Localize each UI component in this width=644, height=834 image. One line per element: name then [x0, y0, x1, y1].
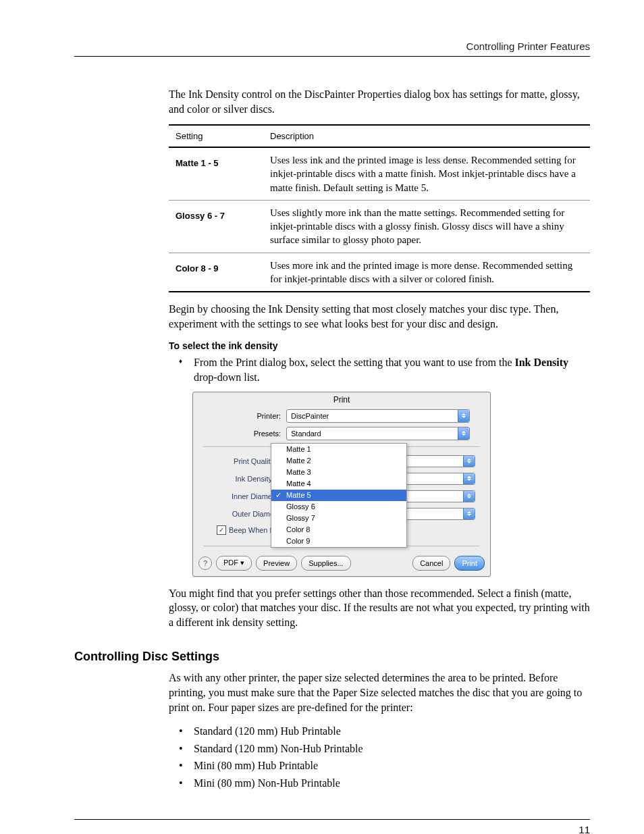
print-button[interactable]: Print [454, 556, 485, 571]
list-item: Standard (120 mm) Hub Printable [179, 723, 590, 740]
ink-density-dropdown[interactable]: Matte 1 Matte 2 Matte 3 Matte 4 Matte 5 … [271, 443, 407, 548]
dropdown-item[interactable]: Matte 3 [271, 467, 406, 478]
cancel-button[interactable]: Cancel [412, 556, 450, 571]
table-row: Matte 1 - 5 Uses less ink and the printe… [169, 147, 590, 200]
print-quality-label: Print Quality [193, 457, 278, 465]
beep-checkbox[interactable]: ✓ [217, 525, 226, 535]
chevron-updown-icon [463, 456, 475, 467]
chevron-updown-icon [458, 427, 469, 440]
dropdown-item[interactable]: Matte 2 [271, 455, 406, 467]
inner-diameter-label: Inner Diamet [193, 492, 278, 500]
dropdown-item[interactable]: Color 8 [271, 524, 406, 536]
chevron-updown-icon [458, 410, 469, 422]
table-row: Color 8 - 9 Uses more ink and the printe… [169, 253, 590, 292]
footer-rule [74, 819, 590, 820]
list-item: Mini (80 mm) Hub Printable [179, 757, 590, 775]
dropdown-item[interactable]: Glossy 6 [271, 501, 406, 513]
after-table-paragraph: Begin by choosing the Ink Density settin… [169, 302, 590, 331]
list-item: Standard (120 mm) Non-Hub Printable [179, 740, 590, 758]
chevron-updown-icon [463, 509, 475, 519]
preview-button[interactable]: Preview [256, 556, 297, 571]
dialog-title: Print [193, 392, 490, 407]
presets-label: Presets: [193, 429, 286, 438]
intro-paragraph: The Ink Density control on the DiscPaint… [169, 87, 590, 116]
step-item: From the Print dialog box, select the se… [179, 355, 590, 384]
dropdown-item[interactable]: Matte 4 [271, 478, 406, 490]
col-description: Description [263, 125, 590, 147]
table-row: Glossy 6 - 7 Uses slightly more ink than… [169, 200, 590, 253]
section-title: Controlling Disc Settings [74, 650, 590, 664]
after-dialog-paragraph: You might find that you prefer settings … [169, 586, 590, 630]
outer-diameter-label: Outer Diame [193, 510, 278, 518]
dropdown-item-selected[interactable]: Matte 5 [271, 490, 406, 501]
dropdown-item[interactable]: Glossy 7 [271, 513, 406, 524]
header-rule [74, 56, 590, 57]
dropdown-item[interactable]: Matte 1 [271, 444, 406, 455]
col-setting: Setting [169, 125, 263, 147]
chevron-updown-icon [463, 491, 475, 502]
chevron-updown-icon [463, 473, 475, 484]
running-header: Controlling Printer Features [74, 41, 590, 52]
print-dialog: Print Printer: DiscPainter Presets: Stan… [192, 392, 491, 577]
page-number: 11 [74, 824, 590, 835]
pdf-button[interactable]: PDF ▾ [216, 556, 252, 571]
dropdown-item[interactable]: Color 9 [271, 536, 406, 547]
supplies-button[interactable]: Supplies... [301, 556, 350, 571]
section2-intro: As with any other printer, the paper siz… [169, 671, 590, 714]
printer-label: Printer: [193, 412, 286, 420]
list-item: Mini (80 mm) Non-Hub Printable [179, 775, 590, 792]
printer-select[interactable]: DiscPainter [286, 409, 470, 423]
ink-density-label: Ink Density: [193, 475, 278, 483]
presets-select[interactable]: Standard [286, 427, 470, 440]
ink-density-table: Setting Description Matte 1 - 5 Uses les… [169, 124, 590, 292]
procedure-title: To select the ink density [169, 340, 590, 351]
help-button[interactable]: ? [198, 556, 212, 570]
